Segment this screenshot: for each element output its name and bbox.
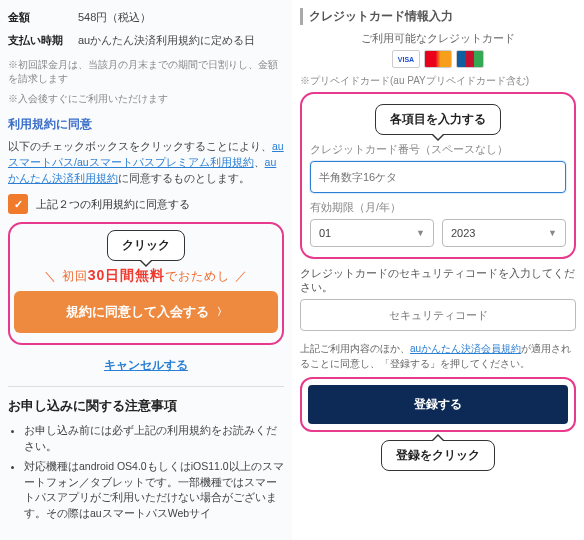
fill-balloon: 各項目を入力する — [375, 104, 501, 135]
paydate-label: 支払い時期 — [8, 33, 78, 48]
check-icon[interactable]: ✓ — [8, 194, 28, 214]
divider — [8, 386, 284, 387]
cancel-link[interactable]: キャンセルする — [104, 358, 188, 372]
agree-checkbox-label: 上記２つの利用規約に同意する — [36, 197, 190, 212]
card-brands: VISA mastercard JCB — [300, 50, 576, 68]
jcb-icon: JCB — [456, 50, 484, 68]
amount-label: 金額 — [8, 10, 78, 25]
notice-list: お申し込み前には必ず上記の利用規約をお読みください。 対応機種はandroid … — [8, 423, 284, 522]
agree-checkbox-row[interactable]: ✓ 上記２つの利用規約に同意する — [8, 194, 284, 214]
note-text: ※初回課金月は、当該月の月末までの期間で日割りし、金額を請求します — [8, 58, 284, 86]
register-note: 上記ご利用内容のほか、auかんたん決済会員規約が適用されることに同意し、「登録す… — [300, 341, 576, 371]
left-panel: 金額 548円（税込） 支払い時期 auかんたん決済利用規約に定める日 ※初回課… — [0, 0, 292, 540]
register-callout: 登録する — [300, 377, 576, 432]
mastercard-icon: mastercard — [424, 50, 452, 68]
paydate-value: auかんたん決済利用規約に定める日 — [78, 33, 284, 48]
visa-icon: VISA — [392, 50, 420, 68]
note-text: ※入会後すぐにご利用いただけます — [8, 92, 284, 106]
list-item: 対応機種はandroid OS4.0もしくはiOS11.0以上のスマートフォン／… — [24, 459, 284, 522]
member-terms-link[interactable]: auかんたん決済会員規約 — [410, 343, 521, 354]
cvv-label: クレジットカードのセキュリティコードを入力してください。 — [300, 267, 576, 295]
expiry-month-select[interactable]: 01▼ — [310, 219, 434, 247]
card-number-input[interactable] — [310, 161, 566, 193]
cvv-input[interactable] — [300, 299, 576, 331]
expiry-label: 有効期限（月/年） — [310, 201, 566, 215]
expiry-year-select[interactable]: 2023▼ — [442, 219, 566, 247]
chevron-down-icon: ▼ — [548, 228, 557, 238]
terms-title: 利用規約に同意 — [8, 116, 284, 133]
agree-join-button[interactable]: 規約に同意して入会する〉 — [14, 291, 278, 333]
list-item: お申し込み前には必ず上記の利用規約をお読みください。 — [24, 423, 284, 455]
register-button[interactable]: 登録する — [308, 385, 568, 424]
prepaid-note: ※プリペイドカード(au PAYプリペイドカード含む) — [300, 74, 576, 88]
join-callout: クリック ＼ 初回30日間無料でおためし ／ 規約に同意して入会する〉 — [8, 222, 284, 345]
cc-subtitle: ご利用可能なクレジットカード — [300, 31, 576, 46]
terms-body: 以下のチェックボックスをクリックすることにより、auスマートパス/auスマートパ… — [8, 139, 284, 186]
right-panel: クレジットカード情報入力 ご利用可能なクレジットカード VISA masterc… — [292, 0, 584, 540]
amount-row: 金額 548円（税込） — [8, 6, 284, 29]
paydate-row: 支払い時期 auかんたん決済利用規約に定める日 — [8, 29, 284, 52]
card-input-callout: 各項目を入力する クレジットカード番号（スペースなし） 有効期限（月/年） 01… — [300, 92, 576, 259]
cc-title: クレジットカード情報入力 — [300, 8, 576, 25]
register-balloon: 登録をクリック — [381, 440, 495, 471]
chevron-right-icon: 〉 — [217, 305, 227, 319]
chevron-down-icon: ▼ — [416, 228, 425, 238]
click-balloon: クリック — [107, 230, 185, 261]
amount-value: 548円（税込） — [78, 10, 284, 25]
notice-title: お申し込みに関する注意事項 — [8, 397, 284, 415]
